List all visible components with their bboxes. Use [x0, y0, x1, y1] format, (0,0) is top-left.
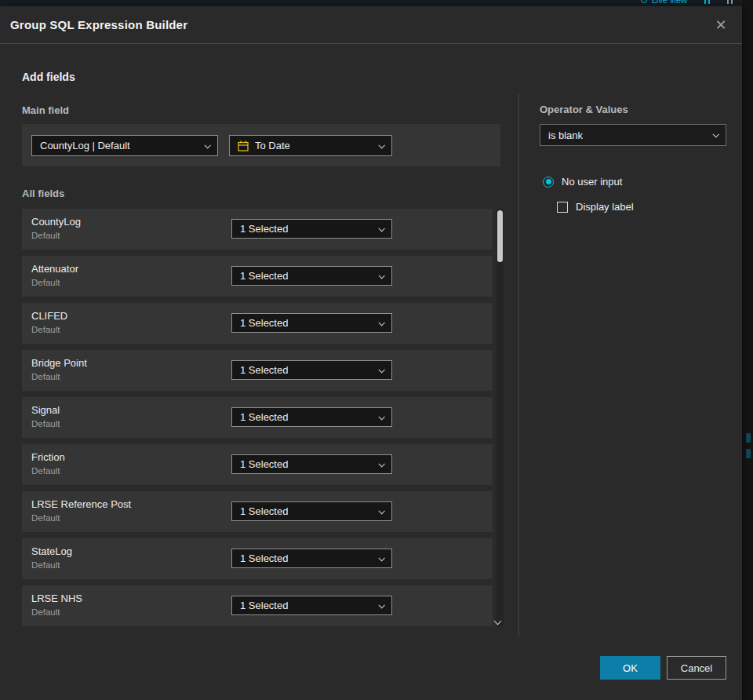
operator-dropdown[interactable]: is blank [540, 124, 726, 146]
field-subtitle: Default [31, 466, 60, 476]
column-divider [518, 94, 519, 636]
selected-count: 1 Selected [240, 505, 288, 517]
display-label-checkbox[interactable]: Display label [557, 201, 634, 213]
display-label-label: Display label [576, 201, 634, 213]
field-row: CountyLog Default 1 Selected [22, 209, 493, 250]
field-subtitle: Default [31, 278, 60, 287]
field-row: LRSE NHS Default 1 Selected [22, 585, 493, 626]
close-icon[interactable]: ✕ [711, 15, 731, 35]
live-view-dot-icon [641, 0, 647, 3]
field-select-dropdown[interactable]: 1 Selected [231, 407, 392, 427]
operator-dropdown-value: is blank [548, 129, 583, 141]
selected-count: 1 Selected [240, 223, 288, 235]
field-select-dropdown[interactable]: 1 Selected [231, 596, 392, 615]
chevron-down-icon [378, 508, 384, 514]
field-row: Friction Default 1 Selected [22, 444, 493, 485]
app-topbar: Live view [0, 0, 753, 6]
field-name: LRSE Reference Post [31, 498, 131, 510]
layout-columns-icon[interactable] [727, 0, 733, 4]
chevron-down-icon [378, 461, 384, 467]
field-subtitle: Default [31, 419, 60, 428]
scrollbar-thumb[interactable] [497, 210, 503, 262]
field-name: Bridge Point [31, 357, 87, 369]
app-right-edge [742, 0, 753, 700]
field-row: Bridge Point Default 1 Selected [22, 350, 493, 391]
field-select-dropdown[interactable]: 1 Selected [231, 313, 392, 333]
selected-count: 1 Selected [240, 552, 288, 564]
field-subtitle: Default [31, 560, 60, 570]
date-mode-dropdown-value: To Date [255, 140, 290, 151]
add-fields-heading: Add fields [22, 71, 75, 83]
date-mode-dropdown[interactable]: To Date [229, 135, 392, 156]
dialog-header: Group SQL Expression Builder ✕ [0, 6, 742, 44]
chevron-down-icon [378, 142, 384, 148]
field-name: CLIFED [31, 310, 67, 322]
fields-scrollbar[interactable] [497, 209, 504, 626]
all-fields-list: CountyLog Default 1 Selected Attenuator … [22, 209, 493, 633]
field-row: Signal Default 1 Selected [22, 397, 493, 438]
panel-toggle-icon[interactable] [704, 0, 710, 4]
field-row: CLIFED Default 1 Selected [22, 303, 493, 344]
all-fields-label: All fields [22, 188, 64, 199]
field-subtitle: Default [31, 607, 60, 617]
main-field-label: Main field [22, 104, 69, 116]
no-user-input-label: No user input [562, 176, 622, 188]
canvas-handle-icon [746, 433, 751, 443]
selected-count: 1 Selected [240, 411, 288, 423]
checkbox-unchecked-icon [557, 202, 568, 213]
calendar-icon [238, 140, 249, 151]
selected-count: 1 Selected [240, 458, 288, 470]
chevron-down-icon [378, 366, 384, 373]
field-select-dropdown[interactable]: 1 Selected [231, 266, 392, 286]
radio-selected-icon [543, 177, 554, 188]
field-name: Friction [31, 451, 65, 463]
dialog-title: Group SQL Expression Builder [10, 6, 187, 44]
field-subtitle: Default [31, 372, 60, 381]
live-view-toggle[interactable]: Live view [641, 0, 687, 5]
chevron-down-icon [712, 131, 718, 137]
live-view-label: Live view [652, 0, 687, 5]
field-name: StateLog [31, 545, 72, 557]
no-user-input-radio[interactable]: No user input [543, 176, 622, 188]
chevron-down-icon [378, 272, 384, 279]
field-subtitle: Default [31, 231, 60, 240]
field-select-dropdown[interactable]: 1 Selected [231, 501, 392, 521]
chevron-down-icon [378, 602, 384, 608]
canvas-handle-icon [746, 449, 751, 458]
chevron-down-icon [378, 555, 384, 561]
main-field-dropdown-value: CountyLog | Default [40, 140, 130, 151]
chevron-down-icon [204, 142, 210, 148]
field-subtitle: Default [31, 325, 60, 334]
operator-values-label: Operator & Values [540, 104, 628, 115]
main-field-panel: CountyLog | Default To Date [22, 124, 500, 166]
chevron-down-icon [378, 319, 384, 326]
chevron-down-icon [378, 414, 384, 420]
group-sql-expression-builder-dialog: Group SQL Expression Builder ✕ Add field… [0, 6, 742, 700]
selected-count: 1 Selected [240, 317, 288, 329]
selected-count: 1 Selected [240, 600, 288, 611]
field-select-dropdown[interactable]: 1 Selected [231, 454, 392, 474]
field-name: Signal [31, 404, 60, 416]
field-select-dropdown[interactable]: 1 Selected [231, 360, 392, 380]
ok-button[interactable]: OK [600, 656, 660, 680]
field-name: Attenuator [31, 263, 78, 275]
field-select-dropdown[interactable]: 1 Selected [231, 219, 392, 239]
field-name: CountyLog [31, 216, 81, 228]
field-row: LRSE Reference Post Default 1 Selected [22, 491, 493, 532]
selected-count: 1 Selected [240, 270, 288, 282]
main-field-dropdown[interactable]: CountyLog | Default [31, 135, 218, 156]
field-row: Attenuator Default 1 Selected [22, 256, 493, 297]
field-name: LRSE NHS [31, 592, 82, 604]
selected-count: 1 Selected [240, 364, 288, 376]
field-subtitle: Default [31, 513, 60, 523]
field-row: StateLog Default 1 Selected [22, 538, 493, 579]
cancel-button[interactable]: Cancel [667, 656, 726, 680]
chevron-down-icon [378, 225, 384, 232]
field-select-dropdown[interactable]: 1 Selected [231, 549, 392, 568]
